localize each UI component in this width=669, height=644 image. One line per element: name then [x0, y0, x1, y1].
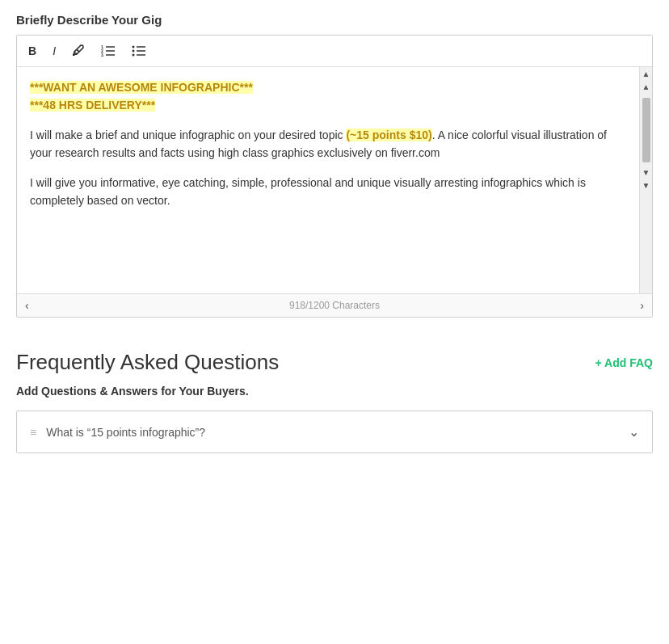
editor-scrollbar-y[interactable]: ▲ ▲ ▼ ▼ [639, 67, 652, 293]
scroll-up-arrow2[interactable]: ▲ [641, 82, 652, 93]
editor-body-wrapper: ***WANT AN AWESOME INFOGRAPHIC*** ***48 … [17, 67, 652, 293]
faq-header: Frequently Asked Questions + Add FAQ [16, 350, 653, 375]
svg-point-10 [133, 50, 135, 53]
faq-title: Frequently Asked Questions [16, 350, 279, 375]
scrollbar-thumb[interactable] [642, 98, 650, 162]
svg-point-11 [133, 54, 135, 57]
add-faq-button[interactable]: + Add FAQ [595, 356, 653, 369]
faq-question-text: What is “15 points infographic”? [46, 426, 205, 439]
faq-section: Frequently Asked Questions + Add FAQ Add… [16, 350, 653, 453]
editor-bottom-bar: ‹ 918/1200 Characters › [17, 293, 652, 317]
faq-item[interactable]: ≡ What is “15 points infographic”? ⌄ [16, 410, 653, 453]
faq-subtitle: Add Questions & Answers for Your Buyers. [16, 385, 653, 398]
editor-line1: ***WANT AN AWESOME INFOGRAPHIC*** [30, 81, 253, 94]
faq-chevron-icon[interactable]: ⌄ [629, 424, 639, 440]
char-count: 918/1200 Characters [283, 297, 386, 314]
bold-button[interactable]: B [25, 43, 40, 59]
editor-para1-part1: I will make a brief and unique infograph… [30, 128, 346, 141]
highlight-icon[interactable]: 🖊 [69, 42, 88, 60]
section-label: Briefly Describe Your Gig [16, 13, 653, 27]
editor-wrapper: B I 🖊 1. 2. 3. [16, 35, 653, 318]
editor-content[interactable]: ***WANT AN AWESOME INFOGRAPHIC*** ***48 … [17, 67, 639, 293]
faq-item-left: ≡ What is “15 points infographic”? [30, 426, 205, 439]
scroll-right-arrow[interactable]: › [632, 294, 652, 317]
scroll-down-arrow2[interactable]: ▼ [641, 180, 652, 192]
unordered-list-icon[interactable] [128, 43, 149, 59]
scroll-up-arrow[interactable]: ▲ [641, 69, 652, 80]
scroll-left-arrow[interactable]: ‹ [17, 294, 37, 317]
editor-toolbar: B I 🖊 1. 2. 3. [17, 36, 652, 67]
italic-button[interactable]: I [49, 43, 59, 59]
scroll-down-arrow[interactable]: ▼ [641, 167, 652, 179]
editor-para1-highlight: (~15 points $10) [346, 128, 431, 141]
ordered-list-icon[interactable]: 1. 2. 3. [98, 43, 119, 59]
editor-line2: ***48 HRS DELIVERY*** [30, 99, 155, 112]
editor-para2: I will give you informative, eye catchin… [30, 176, 586, 207]
svg-text:3.: 3. [101, 53, 104, 57]
svg-point-9 [133, 46, 135, 48]
faq-drag-icon[interactable]: ≡ [30, 426, 36, 439]
